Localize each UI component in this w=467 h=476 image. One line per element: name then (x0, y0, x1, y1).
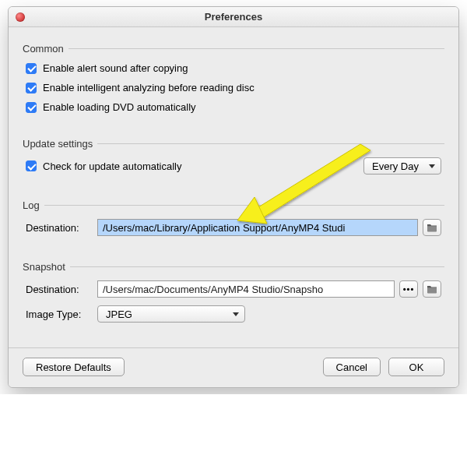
checkbox-enable-autoload-label: Enable loading DVD automatically (43, 101, 196, 113)
snapshot-imagetype-select-wrap[interactable]: JPEG (97, 305, 245, 323)
checkbox-enable-analyze-label: Enable intelligent analyzing before read… (43, 82, 255, 93)
group-log-title: Log (23, 199, 44, 211)
checkbox-enable-analyze[interactable]: Enable intelligent analyzing before read… (26, 82, 255, 93)
update-interval-select-wrap[interactable]: Every Day (363, 157, 441, 175)
group-common: Common Enable alert sound after copying … (23, 43, 444, 127)
close-icon[interactable] (16, 12, 25, 22)
ok-label: OK (409, 361, 424, 373)
checkbox-enable-autoload-input[interactable] (26, 102, 37, 113)
preferences-window: Preferences Common Enable alert sound af… (8, 6, 459, 388)
cancel-label: Cancel (336, 361, 367, 373)
ok-button[interactable]: OK (388, 358, 444, 376)
snapshot-open-folder-button[interactable] (423, 280, 441, 298)
update-interval-select[interactable]: Every Day (363, 157, 441, 175)
folder-icon (427, 223, 437, 232)
divider (97, 143, 444, 144)
divider (44, 205, 444, 206)
checkbox-check-update[interactable]: Check for update automatically (26, 160, 181, 172)
divider (68, 48, 444, 49)
snapshot-imagetype-value: JPEG (106, 309, 132, 320)
divider (70, 266, 444, 267)
log-destination-label: Destination: (26, 222, 93, 234)
checkbox-enable-analyze-input[interactable] (26, 83, 37, 93)
cancel-button[interactable]: Cancel (323, 358, 381, 376)
snapshot-imagetype-label: Image Type: (26, 309, 93, 320)
footer: Restore Defaults Cancel OK (9, 347, 458, 387)
restore-defaults-button[interactable]: Restore Defaults (23, 358, 125, 376)
group-snapshot: Snapshot Destination: ••• (23, 261, 444, 337)
window-title: Preferences (205, 11, 262, 23)
update-interval-value: Every Day (372, 160, 419, 172)
group-snapshot-title: Snapshot (23, 261, 70, 273)
snapshot-destination-input[interactable] (97, 280, 395, 298)
folder-icon (427, 284, 437, 294)
checkbox-check-update-label: Check for update automatically (43, 160, 181, 172)
log-open-folder-button[interactable] (423, 219, 441, 236)
group-update: Update settings Check for update automat… (23, 138, 444, 189)
group-update-title: Update settings (23, 138, 97, 150)
checkbox-enable-autoload[interactable]: Enable loading DVD automatically (26, 101, 196, 113)
group-common-title: Common (23, 43, 68, 55)
snapshot-destination-label: Destination: (26, 284, 93, 295)
checkbox-check-update-input[interactable] (26, 160, 37, 171)
snapshot-browse-button[interactable]: ••• (399, 280, 418, 298)
restore-defaults-label: Restore Defaults (36, 361, 111, 373)
checkbox-enable-alert[interactable]: Enable alert sound after copying (26, 62, 188, 74)
titlebar: Preferences (9, 7, 458, 27)
group-log: Log Destination: (23, 199, 444, 250)
checkbox-enable-alert-input[interactable] (26, 63, 37, 74)
preferences-body: Common Enable alert sound after copying … (9, 27, 458, 347)
ellipsis-icon: ••• (403, 285, 415, 294)
log-destination-input[interactable] (97, 219, 418, 236)
snapshot-imagetype-select[interactable]: JPEG (97, 305, 245, 323)
checkbox-enable-alert-label: Enable alert sound after copying (43, 62, 188, 74)
